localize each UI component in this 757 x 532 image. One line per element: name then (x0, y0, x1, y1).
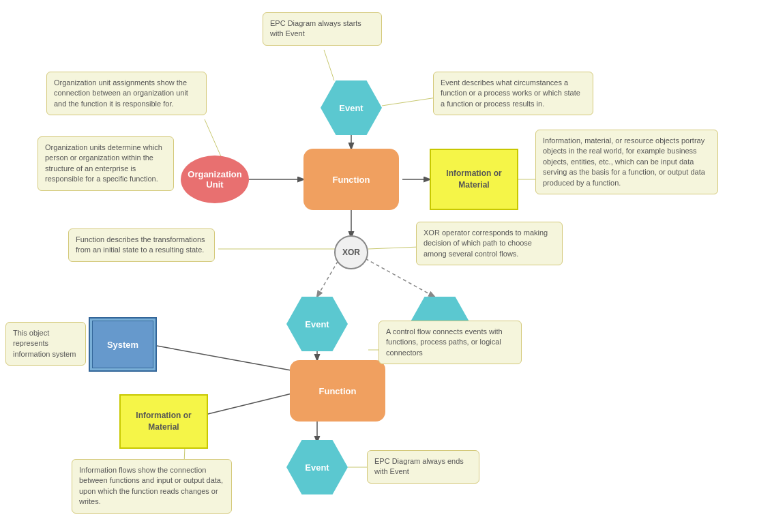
callout-epc-starts-text: EPC Diagram always starts with Event (270, 19, 361, 38)
callout-info-flows: Information flows show the connection be… (72, 459, 232, 514)
callout-function-describes-text: Function describes the transformations f… (76, 235, 205, 254)
callout-this-object: This object represents information syste… (5, 322, 86, 366)
system-label: System (89, 317, 157, 372)
callout-info-material: Information, material, or resource objec… (535, 130, 718, 194)
callout-xor-text: XOR operator corresponds to making decis… (424, 228, 548, 258)
function-top-node: Function (303, 149, 399, 210)
event-mid-left-node: Event (286, 297, 348, 351)
function-top-label: Function (333, 175, 370, 185)
event-bottom-node: Event (286, 440, 348, 494)
callout-info-flows-text: Information flows show the connection be… (79, 466, 223, 505)
callout-org-determine: Organization units determine which perso… (38, 136, 174, 191)
callout-org-assignments: Organization unit assignments show the c… (46, 72, 207, 115)
function-bottom-node: Function (290, 360, 385, 422)
org-unit-node: Organization Unit (181, 156, 249, 203)
callout-epc-ends-text: EPC Diagram always ends with Event (374, 457, 464, 475)
event-bottom-label: Event (305, 462, 329, 473)
callout-control-flow: A control flow connects events with func… (378, 321, 522, 364)
callout-event-describes: Event describes what circumstances a fun… (433, 72, 593, 115)
event-mid-left-shape: Event (286, 297, 348, 351)
callout-event-describes-text: Event describes what circumstances a fun… (441, 78, 580, 108)
xor-node: XOR (334, 235, 368, 269)
org-unit-label: Organization Unit (188, 169, 241, 190)
callout-this-object-text: This object represents information syste… (13, 329, 76, 358)
callout-xor: XOR operator corresponds to making decis… (416, 222, 563, 265)
svg-line-12 (382, 98, 436, 106)
system-node: System (89, 317, 157, 372)
callout-epc-ends: EPC Diagram always ends with Event (367, 450, 479, 484)
info-material-bottom-label: Information or Material (136, 410, 191, 433)
diagram-container: Event Organization Unit Function Informa… (0, 0, 757, 532)
event-mid-left-label: Event (305, 319, 329, 329)
event-top-label: Event (339, 103, 363, 113)
callout-org-determine-text: Organization units determine which perso… (45, 143, 162, 183)
info-material-bottom-node: Information or Material (119, 394, 208, 449)
svg-line-10 (324, 50, 334, 80)
xor-label: XOR (342, 248, 360, 257)
event-top-node: Event (321, 80, 382, 135)
callout-info-material-text: Information, material, or resource objec… (543, 136, 705, 187)
function-bottom-label: Function (319, 386, 357, 396)
event-top-shape: Event (321, 80, 382, 135)
info-material-top-label: Information or Material (446, 168, 501, 191)
callout-org-assignments-text: Organization unit assignments show the c… (54, 78, 188, 108)
info-material-top-node: Information or Material (430, 149, 518, 210)
event-bottom-shape: Event (286, 440, 348, 494)
callout-function-describes: Function describes the transformations f… (68, 228, 215, 262)
callout-control-flow-text: A control flow connects events with func… (386, 327, 503, 357)
svg-line-7 (142, 343, 299, 372)
svg-line-16 (368, 247, 419, 249)
callout-epc-starts: EPC Diagram always starts with Event (263, 12, 382, 46)
